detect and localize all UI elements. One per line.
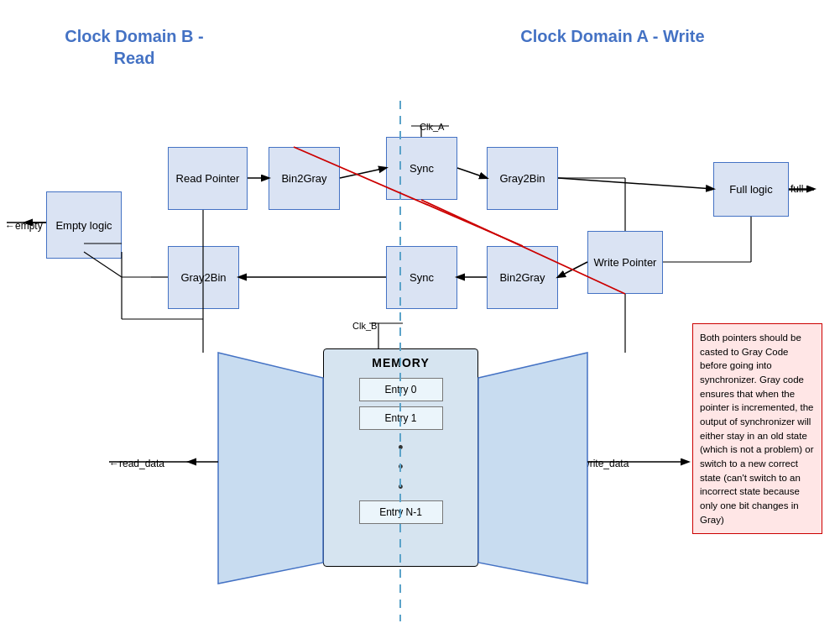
bin2gray-left-block: Bin2Gray — [269, 147, 340, 210]
empty-signal: ←empty — [5, 220, 43, 232]
read-data-signal: ←read_data — [109, 458, 164, 469]
svg-line-7 — [457, 168, 487, 178]
domain-a-label: Clock Domain A - Write — [520, 25, 705, 47]
diagram-container: Clock Domain B - Read Clock Domain A - W… — [0, 0, 840, 639]
full-logic-block: Full logic — [713, 162, 789, 217]
write-data-signal: ←write_data — [572, 458, 629, 469]
full-signal: full→ — [790, 183, 813, 195]
sync-top-block: Sync — [386, 137, 457, 200]
clk-b-signal: Clk_B — [352, 321, 377, 331]
memory-block: MEMORY Entry 0 Entry 1 ••• Entry N-1 — [323, 348, 478, 567]
svg-marker-27 — [478, 353, 587, 584]
svg-line-6 — [340, 168, 386, 178]
memory-title: MEMORY — [372, 356, 429, 369]
annotation-box: Both pointers should be casted to Gray C… — [692, 323, 822, 534]
domain-b-label: Clock Domain B - Read — [50, 25, 218, 69]
bin2gray-right-block: Bin2Gray — [487, 246, 558, 309]
empty-logic-block: Empty logic — [46, 191, 122, 259]
write-pointer-block: Write Pointer — [587, 231, 663, 294]
gray2bin-bottom-block: Gray2Bin — [168, 246, 239, 309]
svg-marker-26 — [218, 353, 323, 584]
memory-entry-1: Entry 1 — [359, 406, 443, 430]
gray2bin-top-block: Gray2Bin — [487, 147, 558, 210]
memory-entry-n: Entry N-1 — [359, 500, 443, 524]
clk-a-signal: Clk_A — [420, 122, 444, 132]
read-pointer-block: Read Pointer — [168, 147, 248, 210]
memory-dots: ••• — [398, 438, 403, 497]
svg-line-21 — [558, 262, 587, 277]
sync-bottom-block: Sync — [386, 246, 457, 309]
memory-entry-0: Entry 0 — [359, 378, 443, 401]
svg-line-8 — [558, 178, 713, 189]
